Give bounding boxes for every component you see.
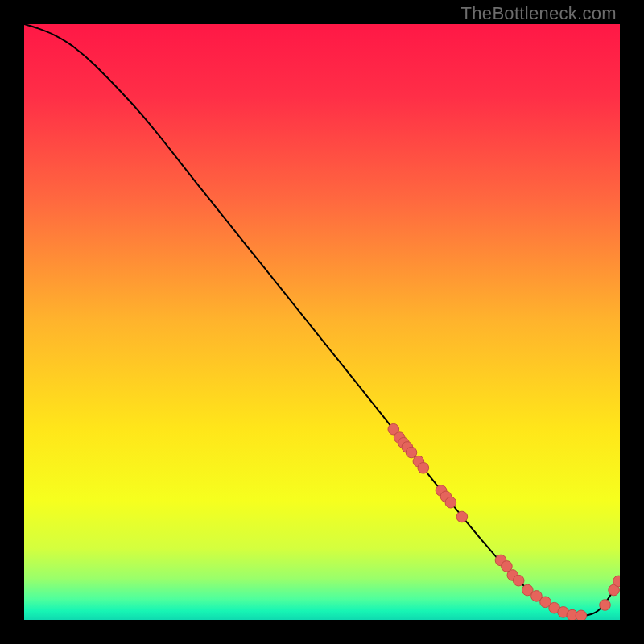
data-marker — [445, 497, 456, 508]
data-marker — [576, 610, 587, 620]
chart-container: TheBottleneck.com — [0, 0, 644, 644]
curve-layer — [24, 24, 620, 620]
data-marker — [600, 600, 611, 611]
data-marker — [406, 447, 417, 458]
bottleneck-curve — [24, 24, 620, 616]
data-marker — [513, 575, 524, 586]
plot-area — [24, 24, 620, 620]
data-marker — [418, 463, 429, 474]
watermark-text: TheBottleneck.com — [461, 3, 617, 24]
data-marker — [456, 511, 468, 522]
data-markers — [388, 423, 620, 620]
